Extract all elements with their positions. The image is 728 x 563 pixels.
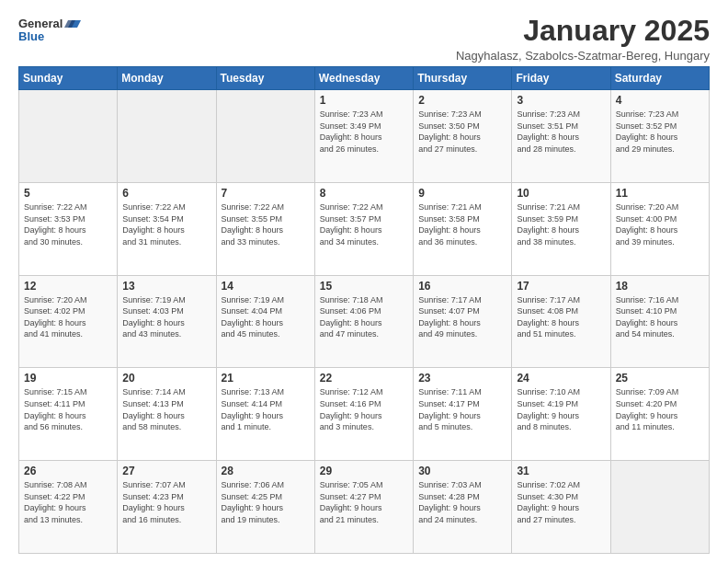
day-info: Sunrise: 7:18 AM Sunset: 4:06 PM Dayligh… (320, 294, 408, 340)
day-info: Sunrise: 7:22 AM Sunset: 3:55 PM Dayligh… (222, 201, 310, 247)
day-number: 14 (222, 280, 310, 293)
day-info: Sunrise: 7:22 AM Sunset: 3:53 PM Dayligh… (24, 201, 112, 247)
day-info: Sunrise: 7:17 AM Sunset: 4:07 PM Dayligh… (418, 294, 506, 340)
calendar-cell: 4Sunrise: 7:23 AM Sunset: 3:52 PM Daylig… (610, 90, 709, 183)
day-number: 17 (517, 280, 605, 293)
calendar-cell: 5Sunrise: 7:22 AM Sunset: 3:53 PM Daylig… (19, 182, 118, 275)
day-info: Sunrise: 7:23 AM Sunset: 3:52 PM Dayligh… (616, 109, 704, 155)
calendar-cell: 17Sunrise: 7:17 AM Sunset: 4:08 PM Dayli… (512, 275, 610, 368)
day-info: Sunrise: 7:06 AM Sunset: 4:25 PM Dayligh… (222, 479, 310, 525)
calendar-cell: 24Sunrise: 7:10 AM Sunset: 4:19 PM Dayli… (512, 368, 610, 461)
day-number: 5 (24, 187, 112, 200)
day-number: 22 (320, 372, 408, 385)
day-number: 13 (122, 280, 210, 293)
header: General Blue January 2025 Nagyhalasz, Sz… (18, 15, 710, 63)
day-info: Sunrise: 7:19 AM Sunset: 4:03 PM Dayligh… (122, 294, 210, 340)
calendar-cell: 15Sunrise: 7:18 AM Sunset: 4:06 PM Dayli… (314, 275, 413, 368)
day-info: Sunrise: 7:22 AM Sunset: 3:57 PM Dayligh… (320, 201, 408, 247)
calendar-cell: 3Sunrise: 7:23 AM Sunset: 3:51 PM Daylig… (512, 90, 610, 183)
calendar-cell: 12Sunrise: 7:20 AM Sunset: 4:02 PM Dayli… (19, 275, 118, 368)
day-number: 30 (418, 465, 506, 477)
day-number: 8 (320, 187, 408, 200)
calendar-cell: 7Sunrise: 7:22 AM Sunset: 3:55 PM Daylig… (216, 182, 314, 275)
day-number: 2 (418, 94, 506, 107)
weekday-header-wednesday: Wednesday (314, 67, 413, 90)
day-info: Sunrise: 7:21 AM Sunset: 3:59 PM Dayligh… (517, 201, 605, 247)
logo: General Blue (18, 15, 81, 43)
weekday-header-sunday: Sunday (19, 67, 118, 90)
logo-general: General (18, 17, 63, 30)
calendar-cell: 30Sunrise: 7:03 AM Sunset: 4:28 PM Dayli… (414, 461, 512, 554)
day-info: Sunrise: 7:08 AM Sunset: 4:22 PM Dayligh… (24, 479, 112, 525)
day-number: 6 (122, 187, 210, 200)
day-info: Sunrise: 7:02 AM Sunset: 4:30 PM Dayligh… (517, 479, 605, 525)
title-block: January 2025 Nagyhalasz, Szabolcs-Szatma… (456, 15, 710, 63)
day-info: Sunrise: 7:10 AM Sunset: 4:19 PM Dayligh… (517, 386, 605, 432)
weekday-header-friday: Friday (512, 67, 610, 90)
day-number: 31 (517, 465, 605, 477)
day-number: 21 (222, 372, 310, 385)
day-number: 26 (24, 465, 112, 477)
day-number: 16 (418, 280, 506, 293)
day-number: 29 (320, 465, 408, 477)
calendar-week-4: 19Sunrise: 7:15 AM Sunset: 4:11 PM Dayli… (19, 368, 710, 461)
calendar-week-2: 5Sunrise: 7:22 AM Sunset: 3:53 PM Daylig… (19, 182, 710, 275)
day-number: 25 (616, 372, 704, 385)
calendar-cell: 14Sunrise: 7:19 AM Sunset: 4:04 PM Dayli… (216, 275, 314, 368)
weekday-header-row: SundayMondayTuesdayWednesdayThursdayFrid… (19, 67, 710, 90)
day-info: Sunrise: 7:16 AM Sunset: 4:10 PM Dayligh… (616, 294, 704, 340)
day-number: 24 (517, 372, 605, 385)
calendar-cell: 9Sunrise: 7:21 AM Sunset: 3:58 PM Daylig… (414, 182, 512, 275)
day-info: Sunrise: 7:19 AM Sunset: 4:04 PM Dayligh… (222, 294, 310, 340)
day-info: Sunrise: 7:20 AM Sunset: 4:00 PM Dayligh… (616, 201, 704, 247)
calendar-week-5: 26Sunrise: 7:08 AM Sunset: 4:22 PM Dayli… (19, 461, 710, 554)
logo-icon (64, 15, 81, 31)
day-number: 1 (320, 94, 408, 107)
day-number: 11 (616, 187, 704, 200)
weekday-header-saturday: Saturday (610, 67, 709, 90)
day-number: 20 (122, 372, 210, 385)
day-number: 19 (24, 372, 112, 385)
day-info: Sunrise: 7:21 AM Sunset: 3:58 PM Dayligh… (418, 201, 506, 247)
day-number: 9 (418, 187, 506, 200)
location-subtitle: Nagyhalasz, Szabolcs-Szatmar-Bereg, Hung… (456, 49, 710, 63)
weekday-header-tuesday: Tuesday (216, 67, 314, 90)
calendar-cell: 26Sunrise: 7:08 AM Sunset: 4:22 PM Dayli… (19, 461, 118, 554)
calendar-week-1: 1Sunrise: 7:23 AM Sunset: 3:49 PM Daylig… (19, 90, 710, 183)
day-info: Sunrise: 7:13 AM Sunset: 4:14 PM Dayligh… (222, 386, 310, 432)
weekday-header-monday: Monday (118, 67, 216, 90)
day-info: Sunrise: 7:12 AM Sunset: 4:16 PM Dayligh… (320, 386, 408, 432)
day-number: 10 (517, 187, 605, 200)
calendar-cell: 2Sunrise: 7:23 AM Sunset: 3:50 PM Daylig… (414, 90, 512, 183)
calendar-cell: 29Sunrise: 7:05 AM Sunset: 4:27 PM Dayli… (314, 461, 413, 554)
calendar-cell: 22Sunrise: 7:12 AM Sunset: 4:16 PM Dayli… (314, 368, 413, 461)
day-number: 28 (222, 465, 310, 477)
day-number: 23 (418, 372, 506, 385)
calendar-cell: 11Sunrise: 7:20 AM Sunset: 4:00 PM Dayli… (610, 182, 709, 275)
calendar-cell (118, 90, 216, 183)
day-number: 4 (616, 94, 704, 107)
calendar-cell: 23Sunrise: 7:11 AM Sunset: 4:17 PM Dayli… (414, 368, 512, 461)
calendar-cell: 31Sunrise: 7:02 AM Sunset: 4:30 PM Dayli… (512, 461, 610, 554)
day-info: Sunrise: 7:15 AM Sunset: 4:11 PM Dayligh… (24, 386, 112, 432)
calendar-cell: 16Sunrise: 7:17 AM Sunset: 4:07 PM Dayli… (414, 275, 512, 368)
day-number: 27 (122, 465, 210, 477)
day-info: Sunrise: 7:20 AM Sunset: 4:02 PM Dayligh… (24, 294, 112, 340)
day-info: Sunrise: 7:03 AM Sunset: 4:28 PM Dayligh… (418, 479, 506, 525)
calendar-cell (610, 461, 709, 554)
calendar-cell: 21Sunrise: 7:13 AM Sunset: 4:14 PM Dayli… (216, 368, 314, 461)
day-info: Sunrise: 7:11 AM Sunset: 4:17 PM Dayligh… (418, 386, 506, 432)
day-info: Sunrise: 7:07 AM Sunset: 4:23 PM Dayligh… (122, 479, 210, 525)
day-number: 18 (616, 280, 704, 293)
weekday-header-thursday: Thursday (414, 67, 512, 90)
calendar-cell: 20Sunrise: 7:14 AM Sunset: 4:13 PM Dayli… (118, 368, 216, 461)
calendar-cell: 27Sunrise: 7:07 AM Sunset: 4:23 PM Dayli… (118, 461, 216, 554)
page: General Blue January 2025 Nagyhalasz, Sz… (0, 0, 728, 563)
calendar-cell (19, 90, 118, 183)
calendar-cell: 1Sunrise: 7:23 AM Sunset: 3:49 PM Daylig… (314, 90, 413, 183)
calendar-cell: 25Sunrise: 7:09 AM Sunset: 4:20 PM Dayli… (610, 368, 709, 461)
day-info: Sunrise: 7:05 AM Sunset: 4:27 PM Dayligh… (320, 479, 408, 525)
day-info: Sunrise: 7:09 AM Sunset: 4:20 PM Dayligh… (616, 386, 704, 432)
day-info: Sunrise: 7:23 AM Sunset: 3:49 PM Dayligh… (320, 109, 408, 155)
day-info: Sunrise: 7:14 AM Sunset: 4:13 PM Dayligh… (122, 386, 210, 432)
